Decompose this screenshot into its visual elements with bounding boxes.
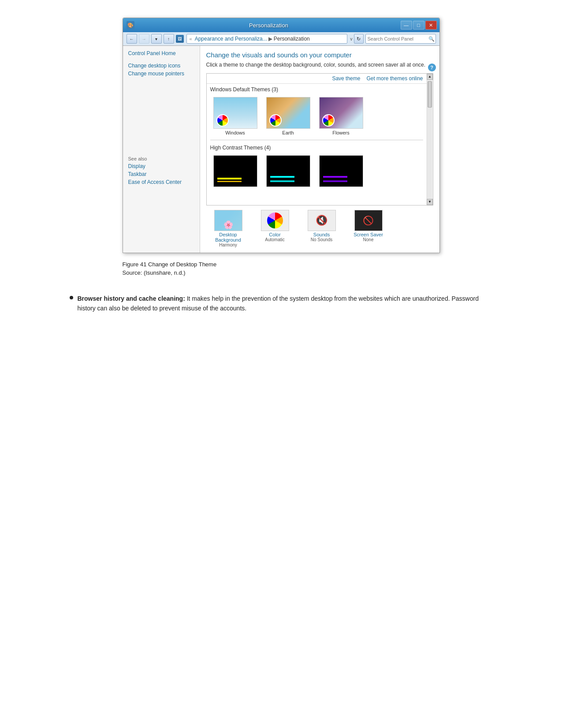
hc-theme-preview-2 bbox=[266, 155, 310, 187]
theme-label-earth: Earth bbox=[282, 130, 294, 135]
save-theme-link[interactable]: Save theme bbox=[332, 75, 360, 82]
sound-icon: 🔇 bbox=[308, 210, 335, 231]
back-button[interactable]: ← bbox=[127, 34, 137, 44]
sidebar-link-desktop-icons[interactable]: Change desktop icons bbox=[128, 63, 194, 69]
hc-theme-item-1[interactable] bbox=[211, 155, 260, 187]
scroll-track bbox=[428, 80, 432, 198]
main-panel: Change the visuals and sounds on your co… bbox=[200, 46, 439, 253]
pers-item-sounds[interactable]: 🔇 Sounds No Sounds bbox=[300, 210, 344, 247]
theme-preview-earth bbox=[266, 97, 310, 129]
minimize-button[interactable]: — bbox=[401, 21, 412, 30]
pers-sublabel-background: Harmony bbox=[219, 243, 237, 247]
themes-toolbar: Save theme Get more themes online bbox=[207, 74, 427, 84]
scroll-down-button[interactable]: ▼ bbox=[427, 199, 433, 205]
theme-item-flowers[interactable]: Flowers bbox=[317, 97, 365, 135]
forward-button[interactable]: → bbox=[139, 34, 149, 44]
sidebar-link-mouse-pointers[interactable]: Change mouse pointers bbox=[128, 71, 194, 77]
dropdown-button[interactable]: ▾ bbox=[151, 34, 162, 44]
sidebar-home-link[interactable]: Control Panel Home bbox=[128, 50, 194, 56]
sidebar: Control Panel Home Change desktop icons … bbox=[123, 46, 200, 253]
hc-themes-grid bbox=[207, 153, 427, 190]
search-input[interactable] bbox=[368, 36, 428, 41]
pers-label-color: Color bbox=[269, 232, 280, 237]
titlebar-title: Personalization bbox=[137, 22, 401, 29]
pers-label-background: Desktop Background bbox=[206, 232, 250, 243]
pers-sublabel-sounds: No Sounds bbox=[311, 237, 332, 242]
breadcrumb-parent[interactable]: Appearance and Personaliza... bbox=[195, 36, 267, 42]
hc-theme-item-2[interactable] bbox=[264, 155, 313, 187]
theme-label-windows: Windows bbox=[225, 130, 245, 135]
scroll-up-button[interactable]: ▲ bbox=[427, 74, 433, 80]
addressbar: ← → ▾ ↑ 🖼 « Appearance and Personaliza..… bbox=[123, 32, 439, 46]
pers-label-sounds: Sounds bbox=[313, 232, 330, 237]
maximize-button[interactable]: □ bbox=[413, 21, 424, 30]
pers-icon-sounds: 🔇 bbox=[308, 210, 336, 231]
themes-scrollbar[interactable]: ▲ ▼ bbox=[427, 74, 433, 205]
theme-item-earth[interactable]: Earth bbox=[264, 97, 313, 135]
pers-icon-screensaver bbox=[354, 210, 383, 231]
win-dialog: 🎨 Personalization — □ ✕ ← → ▾ ↑ 🖼 « Appe… bbox=[123, 18, 440, 253]
bullet-item-browser-history: Browser history and cache cleaning: It m… bbox=[70, 294, 493, 314]
pers-label-screensaver: Screen Saver bbox=[354, 232, 383, 237]
up-button[interactable]: ↑ bbox=[164, 34, 174, 44]
themes-grid: Windows Earth bbox=[207, 94, 427, 138]
hc-theme-preview-1 bbox=[213, 155, 257, 187]
win-body: Control Panel Home Change desktop icons … bbox=[123, 46, 439, 253]
address-path[interactable]: « Appearance and Personaliza... ▶ Person… bbox=[186, 34, 347, 44]
hc-theme-preview-3 bbox=[319, 155, 363, 187]
bullet-text: Browser history and cache cleaning: It m… bbox=[78, 294, 493, 314]
pers-item-color[interactable]: Color Automatic bbox=[253, 210, 297, 247]
pers-item-background[interactable]: Desktop Background Harmony bbox=[206, 210, 250, 247]
see-also-label: See also bbox=[128, 156, 194, 161]
version-down: v bbox=[350, 37, 353, 41]
breadcrumb-separator: « bbox=[190, 36, 192, 41]
content-section: Browser history and cache cleaning: It m… bbox=[70, 294, 493, 336]
pers-icon-background bbox=[214, 210, 242, 231]
pers-item-screensaver[interactable]: Screen Saver None bbox=[346, 210, 391, 247]
search-icon[interactable]: 🔍 bbox=[428, 36, 435, 42]
sidebar-link-taskbar[interactable]: Taskbar bbox=[128, 171, 194, 177]
pers-sublabel-screensaver: None bbox=[363, 237, 374, 242]
figure-source: Source: (Isunshare, n.d.) bbox=[123, 269, 440, 276]
titlebar: 🎨 Personalization — □ ✕ bbox=[123, 18, 439, 32]
main-description: Click a theme to change the desktop back… bbox=[206, 61, 433, 69]
search-box[interactable]: 🔍 bbox=[365, 34, 436, 44]
theme-label-flowers: Flowers bbox=[332, 130, 350, 135]
main-title: Change the visuals and sounds on your co… bbox=[206, 51, 433, 59]
titlebar-controls: — □ ✕ bbox=[401, 21, 437, 30]
pers-sublabel-color: Automatic bbox=[265, 237, 284, 242]
hc-theme-item-3[interactable] bbox=[317, 155, 365, 187]
titlebar-icon: 🎨 bbox=[127, 21, 134, 29]
sidebar-link-display[interactable]: Display bbox=[128, 163, 194, 169]
icon-button: 🖼 bbox=[176, 35, 184, 43]
bullet-label: Browser history and cache cleaning: bbox=[78, 295, 185, 302]
sidebar-link-ease[interactable]: Ease of Access Center bbox=[128, 179, 194, 185]
personalization-strip: Desktop Background Harmony Color Automat… bbox=[206, 205, 433, 247]
figure-caption: Figure 41 Change of Desktop Theme bbox=[123, 261, 440, 268]
pers-icon-color bbox=[261, 210, 289, 231]
close-button[interactable]: ✕ bbox=[425, 21, 437, 30]
theme-preview-flowers bbox=[319, 97, 363, 129]
windows-themes-label: Windows Default Themes (3) bbox=[207, 84, 427, 94]
breadcrumb-arrow-1: ▶ bbox=[268, 36, 272, 42]
scroll-thumb[interactable] bbox=[428, 81, 432, 108]
theme-preview-windows bbox=[213, 97, 257, 129]
screensaver-icon bbox=[355, 210, 382, 231]
themes-container: Save theme Get more themes online Window… bbox=[206, 73, 433, 205]
get-more-link[interactable]: Get more themes online bbox=[366, 75, 423, 82]
hc-themes-label: High Contrast Themes (4) bbox=[207, 142, 427, 153]
section-separator bbox=[210, 140, 423, 140]
page-content: 🎨 Personalization — □ ✕ ← → ▾ ↑ 🖼 « Appe… bbox=[26, 18, 536, 336]
figure-area: Figure 41 Change of Desktop Theme Source… bbox=[123, 261, 440, 294]
theme-item-windows[interactable]: Windows bbox=[211, 97, 260, 135]
refresh-button[interactable]: ↻ bbox=[354, 34, 364, 44]
breadcrumb-current: Personalization bbox=[274, 36, 310, 42]
bullet-dot bbox=[70, 296, 73, 299]
